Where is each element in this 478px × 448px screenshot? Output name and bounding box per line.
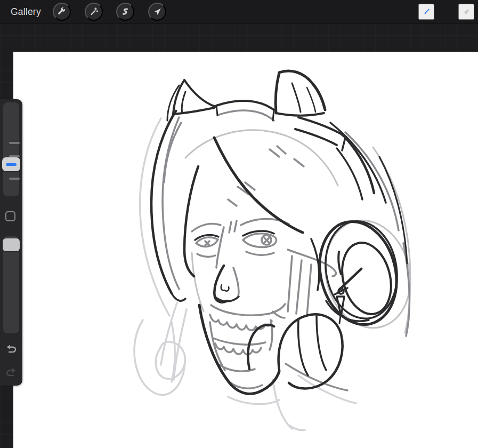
undo-arrow-icon — [5, 343, 18, 355]
redo-arrow-icon — [5, 367, 18, 379]
drawing-canvas[interactable] — [13, 52, 478, 448]
actions-button[interactable] — [53, 3, 71, 21]
selection-button[interactable] — [116, 3, 134, 21]
transform-button[interactable] — [148, 3, 166, 21]
brush-opacity-handle[interactable] — [3, 238, 20, 251]
modify-button[interactable] — [5, 211, 15, 221]
brush-size-slider[interactable] — [3, 102, 19, 196]
undo-button[interactable] — [5, 343, 18, 356]
redo-button[interactable] — [5, 366, 18, 379]
transform-arrow-icon — [152, 6, 162, 17]
size-handle-accent-bar — [6, 163, 17, 166]
smudge-finger-icon — [463, 4, 470, 19]
brush-size-handle[interactable] — [2, 157, 20, 171]
top-toolbar: Gallery — [0, 0, 478, 24]
procreate-app: { "topbar": { "gallery_label": "Gallery"… — [0, 0, 478, 448]
magic-wand-icon — [89, 6, 99, 17]
workspace-background — [0, 23, 478, 448]
size-tick — [9, 178, 20, 180]
size-tick — [9, 142, 20, 144]
canvas-artwork — [13, 52, 478, 448]
wrench-icon — [57, 6, 67, 17]
smudge-tool-button[interactable] — [458, 4, 474, 20]
brush-icon — [423, 5, 430, 19]
gallery-button[interactable]: Gallery — [11, 0, 41, 23]
brush-sidebar — [0, 99, 22, 386]
adjustments-button[interactable] — [85, 3, 103, 21]
paint-tool-button[interactable] — [418, 4, 434, 20]
selection-s-icon — [120, 6, 130, 17]
